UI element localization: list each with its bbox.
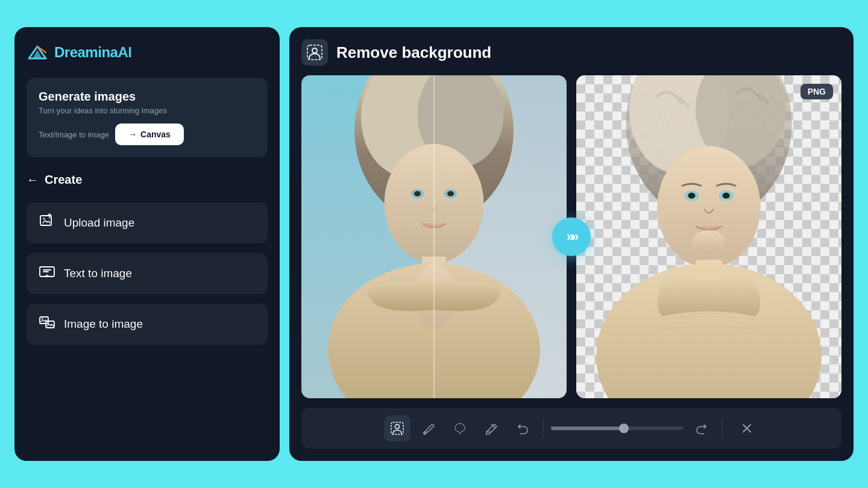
slider-thumb[interactable] [619,424,629,433]
right-panel: Remove background [289,27,854,461]
left-panel: DreaminaAI Generate images Turn your ide… [14,27,280,461]
svg-point-21 [447,191,454,196]
logo-icon [27,42,48,63]
text-to-image-item[interactable]: Text to image [27,253,268,294]
eraser-tool[interactable] [478,415,505,442]
generate-title: Generate images [39,90,256,104]
remove-bg-icon [301,39,328,66]
image-to-image-icon [39,314,55,334]
checkerboard-bg: PNG [576,75,841,398]
text-to-image-icon [39,264,55,283]
original-image [301,75,567,398]
close-button[interactable] [735,416,759,440]
arrow-icon: »» [567,229,576,245]
tool-divider-2 [722,419,723,437]
undo-tool[interactable] [509,415,536,442]
process-arrow-button[interactable]: »» [552,217,591,256]
generate-card: Generate images Turn your ideas into stu… [27,78,268,157]
upload-image-icon [39,213,55,233]
svg-rect-8 [46,321,54,328]
svg-point-38 [395,425,400,429]
svg-point-35 [693,230,726,254]
slider-fill [551,427,624,430]
create-row[interactable]: ← Create [27,167,268,193]
svg-point-9 [48,322,49,324]
toolbar [301,408,841,449]
svg-point-7 [42,318,43,319]
logo-row: DreaminaAI [27,42,268,63]
images-area: »» PNG [301,75,841,398]
tool-divider [543,419,544,437]
slider-track[interactable] [551,427,684,430]
svg-point-4 [43,218,45,220]
canvas-arrow-icon: → [128,130,137,139]
upload-image-item[interactable]: Upload image [27,202,268,243]
person-select-tool[interactable] [384,415,410,442]
result-image-svg [576,75,841,398]
svg-rect-6 [40,317,48,324]
result-image: PNG [576,75,841,398]
brush-size-slider[interactable] [551,427,684,430]
upload-image-label: Upload image [64,216,134,230]
generate-subtitle: Turn your ideas into stunning images [39,106,256,115]
canvas-button[interactable]: → Canvas [115,124,184,145]
left-image-svg [301,75,567,398]
panel-header: Remove background [301,39,841,66]
brush-tool[interactable] [415,415,442,442]
logo-text: DreaminaAI [54,44,131,61]
panel-title: Remove background [336,43,491,62]
redo-tool[interactable] [688,415,715,442]
image-to-image-label: Image to image [64,318,143,331]
svg-point-20 [414,191,421,196]
image-to-image-item[interactable]: Image to image [27,304,268,345]
lasso-tool[interactable] [447,415,473,442]
svg-point-32 [688,193,695,199]
back-icon: ← [27,173,39,187]
text-to-image-label: Text to image [64,267,132,280]
png-badge: PNG [800,84,833,99]
generate-buttons: Text/Image to image → Canvas [39,124,256,145]
text-image-toggle-button[interactable]: Text/Image to image [39,128,109,142]
svg-point-33 [723,193,730,199]
svg-point-11 [312,48,317,53]
